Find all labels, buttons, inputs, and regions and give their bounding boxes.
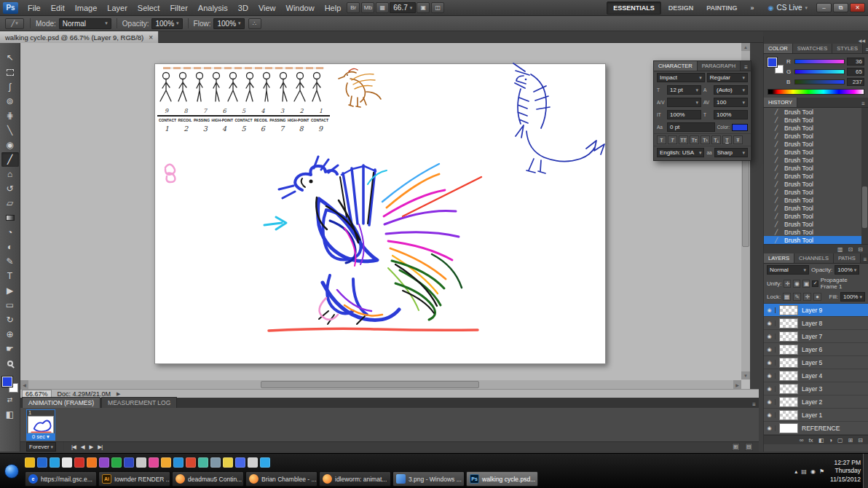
type-tool[interactable]: T [1,269,19,283]
quick-selection-tool[interactable]: ⊚ [1,94,19,109]
history-step[interactable]: ╱Brush Tool [764,228,868,236]
window-restore-button[interactable]: ⧉ [833,3,848,12]
font-style-select[interactable]: Regular ▾ [707,73,748,82]
start-button[interactable] [4,464,19,479]
quicklaunch-icon[interactable] [149,457,159,468]
quicklaunch-icon[interactable] [210,457,221,468]
photoshop-logo-icon[interactable]: Ps [3,2,18,14]
panel-menu-icon[interactable]: ≡ [741,64,751,71]
crop-tool[interactable]: ⋕ [1,109,19,123]
3d-orbit-tool[interactable]: ⊕ [1,327,19,342]
quicklaunch-icon[interactable] [62,457,72,468]
history-step[interactable]: ╱Brush Tool [764,108,868,116]
window-minimize-button[interactable]: – [816,3,832,12]
layer-thumbnail[interactable] [779,345,798,355]
menu-layer[interactable]: Layer [102,0,133,16]
layer-thumbnail[interactable] [779,410,798,420]
all-caps-button[interactable]: TT [679,135,688,144]
layer-opacity-input[interactable]: 100% ▾ [835,265,859,275]
hand-tool[interactable]: ☛ [1,342,19,356]
dodge-tool[interactable]: ◐ [1,240,19,254]
green-slider[interactable] [794,69,845,74]
history-step[interactable]: ╱Brush Tool [764,132,868,140]
layer-row-layer7[interactable]: ◉Layer 7 [764,330,868,343]
quicklaunch-icon[interactable] [235,457,245,468]
font-family-select[interactable]: Impact ▾ [657,73,705,82]
quicklaunch-icon[interactable] [136,457,146,468]
clone-stamp-tool[interactable]: ⌂ [1,167,19,181]
tab-paths[interactable]: PATHS [834,253,861,263]
quicklaunch-icon[interactable] [87,457,97,468]
blue-slider[interactable] [794,79,845,84]
network-icon[interactable]: ▤ [801,468,807,475]
bridge-launcher-icon[interactable]: Br [347,2,360,13]
link-layers-icon[interactable]: ∞ [800,437,804,444]
panel-menu-icon[interactable]: ≡ [749,401,759,408]
show-desktop-button[interactable] [863,454,868,488]
quicklaunch-icon[interactable] [37,457,47,468]
workspace-overflow[interactable]: » [745,2,760,14]
unify-visibility-icon[interactable]: ◉ [793,280,800,288]
quicklaunch-icon[interactable] [173,457,184,468]
play-button[interactable]: ▶ [90,444,93,450]
healing-brush-tool[interactable]: ◉ [1,138,19,152]
arrange-documents-icon[interactable]: ▣ [417,2,430,13]
quicklaunch-icon[interactable] [161,457,171,468]
hidden-icons-icon[interactable]: ▴ [794,468,797,475]
mini-bridge-icon[interactable]: Mb [361,2,374,13]
loop-select[interactable]: Forever ▾ [26,442,56,452]
adjustment-layer-icon[interactable]: ◑ [829,437,832,444]
frame-thumbnail[interactable] [28,416,54,433]
lock-all-icon[interactable]: ● [813,293,821,301]
quicklaunch-icon[interactable] [99,457,109,468]
swap-colors-icon[interactable]: ⇄ [1,393,19,407]
layer-effects-icon[interactable]: fx [808,437,813,444]
quicklaunch-icon[interactable] [50,457,60,468]
lock-position-icon[interactable]: ✛ [803,293,811,301]
new-snapshot-icon[interactable]: ⊡ [848,246,853,253]
kerning-select[interactable]: ▾ [667,98,701,107]
menu-help[interactable]: Help [320,0,347,16]
language-select[interactable]: English: USA ▾ [657,148,704,157]
brush-preset-picker[interactable]: ╱ ▾ [5,18,24,29]
taskbar-window-photoshop[interactable]: Ps walking cycle.psd... [466,471,538,487]
faux-italic-button[interactable]: T [668,135,677,144]
airbrush-toggle-icon[interactable]: ∴ [248,18,261,29]
visibility-eye-icon[interactable]: ◉ [764,334,776,339]
menu-analysis[interactable]: Analysis [193,0,233,16]
quick-mask-button[interactable]: ◧ [1,407,19,422]
layer-thumbnail[interactable] [779,397,798,407]
document-tab[interactable]: walking cycle.psd @ 66.7% (Layer 9, RGB/… [0,31,159,43]
new-document-from-state-icon[interactable]: ▥ [837,246,843,253]
layer-row-layer1[interactable]: ◉Layer 1 [764,409,868,422]
visibility-eye-icon[interactable]: ◉ [764,425,776,431]
menu-select[interactable]: Select [133,0,165,16]
tab-animation-frames[interactable]: ANIMATION (FRAMES) [22,397,100,408]
layer-thumbnail[interactable] [779,371,798,381]
layer-mask-icon[interactable]: ◧ [818,437,824,444]
layer-thumbnail[interactable] [779,358,798,368]
layer-row-layer2[interactable]: ◉Layer 2 [764,395,868,409]
history-step[interactable]: ╱Brush Tool [764,180,868,188]
taskbar-window-mail[interactable]: e https://mail.gsc.e... [25,471,97,487]
menu-image[interactable]: Image [70,0,103,16]
visibility-eye-icon[interactable]: ◉ [764,386,776,392]
zoom-tool[interactable] [1,356,19,371]
history-step[interactable]: ╱Brush Tool [764,204,868,212]
layer-row-reference[interactable]: ◉REFERENCE [764,422,868,435]
visibility-eye-icon[interactable]: ◉ [764,399,776,405]
duplicate-frame-icon[interactable]: ⊞ [732,443,740,451]
menu-file[interactable]: File [23,0,46,16]
workspace-painting[interactable]: PAINTING [701,2,743,14]
taskbar-window-idleworm[interactable]: idleworm: animat... [319,471,391,487]
foreground-color-swatch[interactable] [2,377,12,387]
history-step[interactable]: ╱Brush Tool [764,212,868,220]
layer-row-layer6[interactable]: ◉Layer 6 [764,343,868,356]
unify-style-icon[interactable]: ▣ [802,280,810,288]
canvas[interactable]: 987654321 CONTACTRECOILPASSINGHIGH-POINT… [154,63,606,364]
underline-button[interactable]: T [722,135,732,144]
history-step-current[interactable]: ╱Brush Tool [764,236,868,244]
menu-3d[interactable]: 3D [233,0,253,16]
delete-state-icon[interactable]: ⊟ [858,246,863,253]
menu-view[interactable]: View [253,0,281,16]
